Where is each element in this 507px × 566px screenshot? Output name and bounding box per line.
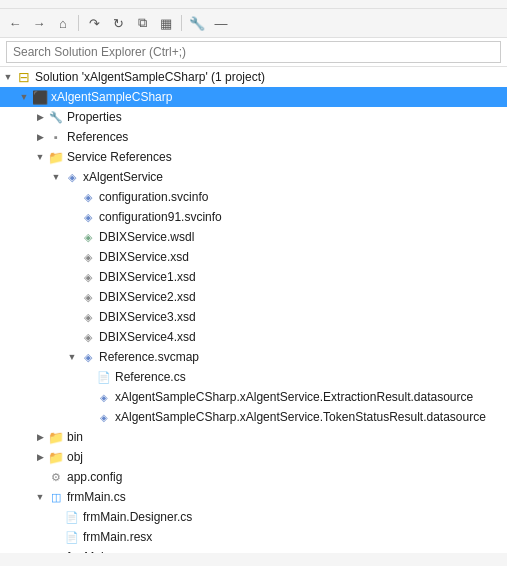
back-button[interactable]: ← — [4, 12, 26, 34]
item-text-properties: Properties — [67, 110, 122, 124]
expander-token-datasource[interactable] — [80, 409, 96, 425]
separator-2 — [181, 15, 182, 31]
tree-item-dbixservice2-xsd[interactable]: ◈DBIXService2.xsd — [0, 287, 507, 307]
tree-item-bin[interactable]: 📁bin — [0, 427, 507, 447]
tree-item-dbixservice3-xsd[interactable]: ◈DBIXService3.xsd — [0, 307, 507, 327]
solution-icon: ⊟ — [16, 69, 32, 85]
expander-dbixservice4-xsd[interactable] — [64, 329, 80, 345]
tree-item-reference-cs[interactable]: 📄Reference.cs — [0, 367, 507, 387]
separator-1 — [78, 15, 79, 31]
expander-dbixservice3-xsd[interactable] — [64, 309, 80, 325]
tree-item-reference-svcmap[interactable]: ◈Reference.svcmap — [0, 347, 507, 367]
xsd-icon: ◈ — [80, 249, 96, 265]
expander-reference-svcmap[interactable] — [64, 349, 80, 365]
expander-xalgent-service[interactable] — [48, 169, 64, 185]
tree-item-references[interactable]: ▪References — [0, 127, 507, 147]
solution-explorer-tree: ⊟Solution 'xAlgentSampleCSharp' (1 proje… — [0, 67, 507, 553]
expander-dbixservice1-xsd[interactable] — [64, 269, 80, 285]
xsd-icon: ◈ — [80, 329, 96, 345]
wsdl-icon: ◈ — [80, 229, 96, 245]
expander-frmmain-form[interactable] — [32, 549, 48, 553]
view-button[interactable]: ▦ — [155, 12, 177, 34]
item-text-frmmain-resx: frmMain.resx — [83, 530, 152, 544]
expander-bin[interactable] — [32, 429, 48, 445]
tree-item-dbixservice4-xsd[interactable]: ◈DBIXService4.xsd — [0, 327, 507, 347]
frm-icon: ◫ — [48, 549, 64, 553]
item-text-extraction-datasource: xAlgentSampleCSharp.xAlgentService.Extra… — [115, 390, 473, 404]
tree-item-dbixservice1-xsd[interactable]: ◈DBIXService1.xsd — [0, 267, 507, 287]
expander-solution[interactable] — [0, 69, 16, 85]
item-text-dbixservice4-xsd: DBIXService4.xsd — [99, 330, 196, 344]
tree-item-dbixservice-wsdl[interactable]: ◈DBIXService.wsdl — [0, 227, 507, 247]
tree-item-obj[interactable]: 📁obj — [0, 447, 507, 467]
bin-icon: 📁 — [48, 449, 64, 465]
item-text-dbixservice1-xsd: DBIXService1.xsd — [99, 270, 196, 284]
tree-item-extraction-datasource[interactable]: ◈xAlgentSampleCSharp.xAlgentService.Extr… — [0, 387, 507, 407]
settings-button[interactable]: 🔧 — [186, 12, 208, 34]
refresh-button[interactable]: ↻ — [107, 12, 129, 34]
forward-button[interactable]: → — [28, 12, 50, 34]
expander-reference-cs[interactable] — [80, 369, 96, 385]
copy-button[interactable]: ⧉ — [131, 12, 153, 34]
tree-item-token-datasource[interactable]: ◈xAlgentSampleCSharp.xAlgentService.Toke… — [0, 407, 507, 427]
cs-icon: 📄 — [64, 509, 80, 525]
item-text-configuration91-svcinfo: configuration91.svcinfo — [99, 210, 222, 224]
item-text-references: References — [67, 130, 128, 144]
item-text-dbixservice-wsdl: DBIXService.wsdl — [99, 230, 194, 244]
svcref-icon: ◈ — [64, 169, 80, 185]
xsd-icon: ◈ — [80, 269, 96, 285]
expander-dbixservice-xsd[interactable] — [64, 249, 80, 265]
item-text-dbixservice2-xsd: DBIXService2.xsd — [99, 290, 196, 304]
frm-icon: ◫ — [48, 489, 64, 505]
item-text-configuration-svcinfo: configuration.svcinfo — [99, 190, 208, 204]
datasource-icon: ◈ — [96, 409, 112, 425]
item-text-dbixservice3-xsd: DBIXService3.xsd — [99, 310, 196, 324]
tree-item-frmmain-designer[interactable]: 📄frmMain.Designer.cs — [0, 507, 507, 527]
tree-item-configuration-svcinfo[interactable]: ◈configuration.svcinfo — [0, 187, 507, 207]
item-text-app-config: app.config — [67, 470, 122, 484]
search-input[interactable] — [6, 41, 501, 63]
expander-references[interactable] — [32, 129, 48, 145]
tree-item-xalgent-service[interactable]: ◈xAlgentService — [0, 167, 507, 187]
item-text-frmmain-cs: frmMain.cs — [67, 490, 126, 504]
svcref-icon: ◈ — [80, 189, 96, 205]
tree-item-frmmain-cs[interactable]: ◫frmMain.cs — [0, 487, 507, 507]
expander-frmmain-designer[interactable] — [48, 509, 64, 525]
tree-item-frmmain-form[interactable]: ◫frmMain — [0, 547, 507, 553]
tree-item-solution[interactable]: ⊟Solution 'xAlgentSampleCSharp' (1 proje… — [0, 67, 507, 87]
expander-configuration91-svcinfo[interactable] — [64, 209, 80, 225]
item-text-frmmain-form: frmMain — [67, 550, 110, 553]
expander-service-references[interactable] — [32, 149, 48, 165]
tree-item-frmmain-resx[interactable]: 📄frmMain.resx — [0, 527, 507, 547]
tree-item-project[interactable]: ⬛xAlgentSampleCSharp — [0, 87, 507, 107]
xsd-icon: ◈ — [80, 289, 96, 305]
item-text-solution: Solution 'xAlgentSampleCSharp' (1 projec… — [35, 70, 265, 84]
xsd-icon: ◈ — [80, 309, 96, 325]
expander-configuration-svcinfo[interactable] — [64, 189, 80, 205]
collapse-button[interactable]: — — [210, 12, 232, 34]
project-icon: ⬛ — [32, 89, 48, 105]
config-icon: ⚙ — [48, 469, 64, 485]
sync-button[interactable]: ↷ — [83, 12, 105, 34]
expander-obj[interactable] — [32, 449, 48, 465]
expander-frmmain-resx[interactable] — [48, 529, 64, 545]
expander-dbixservice-wsdl[interactable] — [64, 229, 80, 245]
tree-item-properties[interactable]: 🔧Properties — [0, 107, 507, 127]
expander-properties[interactable] — [32, 109, 48, 125]
expander-extraction-datasource[interactable] — [80, 389, 96, 405]
tree-item-app-config[interactable]: ⚙app.config — [0, 467, 507, 487]
expander-project[interactable] — [16, 89, 32, 105]
folder-icon: 📁 — [48, 149, 64, 165]
item-text-bin: bin — [67, 430, 83, 444]
tree-item-service-references[interactable]: 📁Service References — [0, 147, 507, 167]
svcref-icon: ◈ — [80, 209, 96, 225]
datasource-icon: ◈ — [96, 389, 112, 405]
expander-frmmain-cs[interactable] — [32, 489, 48, 505]
expander-dbixservice2-xsd[interactable] — [64, 289, 80, 305]
tree-item-dbixservice-xsd[interactable]: ◈DBIXService.xsd — [0, 247, 507, 267]
item-text-reference-cs: Reference.cs — [115, 370, 186, 384]
expander-app-config[interactable] — [32, 469, 48, 485]
home-button[interactable]: ⌂ — [52, 12, 74, 34]
folder-special-icon: 🔧 — [48, 109, 64, 125]
tree-item-configuration91-svcinfo[interactable]: ◈configuration91.svcinfo — [0, 207, 507, 227]
